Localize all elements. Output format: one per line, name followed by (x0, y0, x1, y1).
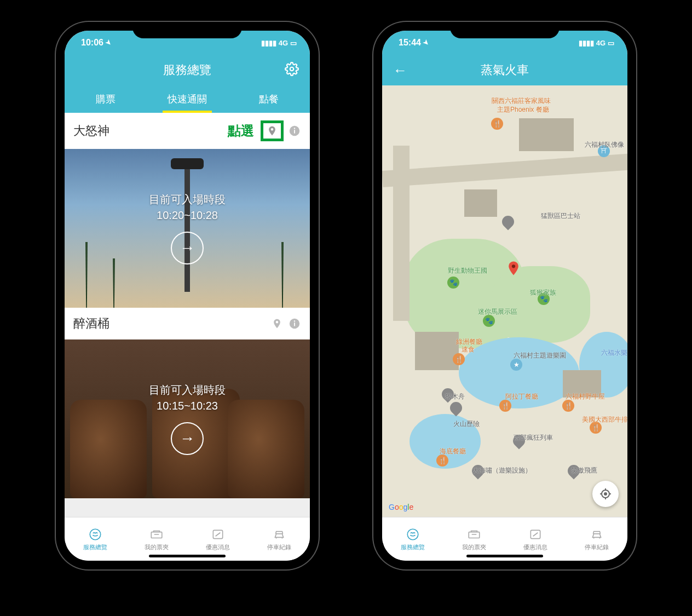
bottom-nav: 服務總覽 我的票夾 優惠消息 停車紀錄 (382, 517, 627, 561)
map-label[interactable]: 海底餐廳 (440, 447, 466, 456)
poi-animal-icon[interactable]: 🐾 (447, 277, 459, 289)
map-label[interactable]: 關西六福莊客家風味 (492, 96, 551, 106)
ride-card[interactable]: 目前可入場時段 10:20~10:28 → (65, 149, 310, 308)
header: 服務總覽 (65, 55, 310, 85)
poi-restaurant-icon[interactable]: 🍴 (491, 118, 503, 130)
svg-point-6 (294, 320, 295, 321)
map-label[interactable]: 西部瘋狂列車 (514, 433, 553, 442)
offers-icon (211, 527, 225, 542)
tab-food[interactable]: 點餐 (228, 85, 310, 113)
tab-fastpass[interactable]: 快速通關 (146, 85, 228, 113)
map-label[interactable]: 阿拉丁餐廳 (505, 392, 538, 401)
page-title: 服務總覽 (163, 62, 211, 78)
nav-parking[interactable]: 停車紀錄 (566, 517, 627, 561)
poi-restaurant-icon[interactable]: 🍴 (436, 454, 448, 467)
map-label[interactable]: 猛獸區巴士站 (541, 211, 580, 221)
svg-point-13 (407, 529, 418, 540)
location-arrow-icon: ➤ (421, 38, 430, 48)
map-label[interactable]: 速食 (462, 345, 475, 354)
screen-right: 15:44 ➤ ▮▮▮▮ 4G ▭ ← 蒸氣火車 (382, 31, 627, 561)
map-label[interactable]: 六福村臥佛像 (585, 140, 624, 149)
slot-time: 10:20~10:28 (157, 209, 218, 222)
poi-restaurant-icon[interactable]: 🍴 (453, 353, 465, 365)
location-button[interactable] (270, 317, 284, 330)
page-title: 蒸氣火車 (481, 62, 529, 78)
map-label[interactable]: 獨木舟 (445, 392, 465, 401)
map-label[interactable]: 六福村野牛屋 (566, 392, 605, 401)
arrow-right-icon: → (180, 430, 195, 447)
enter-button[interactable]: → (171, 232, 204, 264)
arrow-left-icon: ← (393, 62, 407, 78)
svg-rect-14 (469, 532, 480, 538)
map-label[interactable]: 狐猴家族 (530, 288, 556, 297)
poi-landmark-icon[interactable]: ★ (510, 359, 522, 371)
map-label[interactable]: 六福水樂 (601, 348, 627, 358)
slot-label: 目前可入場時段 (149, 192, 226, 207)
svg-point-0 (290, 67, 294, 71)
map-label[interactable]: 六福村主題遊樂園 (514, 351, 566, 360)
notch (132, 22, 242, 38)
home-indicator[interactable] (466, 555, 543, 557)
ride-list[interactable]: 大怒神 點選 目前可入場時段 10:20~10:28 → (65, 113, 310, 517)
ride-header: 大怒神 點選 (65, 113, 310, 149)
svg-rect-2 (294, 130, 295, 133)
status-right: ▮▮▮▮ 4G ▭ (261, 39, 297, 47)
ride-card[interactable]: 目前可入場時段 10:15~10:23 → (65, 339, 310, 498)
tab-label: 點餐 (259, 93, 279, 106)
info-button[interactable] (288, 317, 301, 330)
tab-label: 快速通關 (168, 93, 207, 106)
nav-label: 優惠消息 (206, 543, 230, 551)
nav-label: 服務總覽 (83, 543, 107, 551)
tab-label: 購票 (96, 93, 116, 106)
info-icon (289, 318, 301, 330)
annotation-text: 點選 (228, 122, 254, 140)
status-right: ▮▮▮▮ 4G ▭ (579, 39, 614, 47)
notch (450, 22, 560, 38)
poi-restaurant-icon[interactable]: 🍴 (562, 400, 574, 412)
map-label[interactable]: 笑傲飛鷹 (571, 466, 597, 475)
poi-pin-icon[interactable] (499, 213, 516, 230)
tab-tickets[interactable]: 購票 (65, 85, 146, 113)
poi-animal-icon[interactable]: 🐾 (483, 315, 495, 327)
enter-button[interactable]: → (171, 422, 204, 455)
home-indicator[interactable] (149, 555, 226, 557)
info-button[interactable] (288, 124, 301, 137)
locate-me-button[interactable] (592, 481, 619, 507)
location-arrow-icon: ➤ (103, 38, 113, 48)
settings-button[interactable] (285, 62, 299, 78)
map-label[interactable]: 主題Phoenix 餐廳 (497, 105, 549, 114)
offers-icon (528, 527, 543, 542)
map[interactable]: 🍴 ⛩ 🐾 🐾 🐾 🍴 ★ 🍴 🍴 🍴 🍴 (382, 85, 627, 517)
status-time: 10:06 ➤ (81, 38, 111, 48)
poi-restaurant-icon[interactable]: 🍴 (499, 400, 511, 412)
ticket-icon (467, 527, 481, 542)
screen-left: 10:06 ➤ ▮▮▮▮ 4G ▭ 服務總覽 購票 快速通關 點餐 大怒神 (65, 31, 310, 561)
info-icon (289, 125, 301, 137)
nav-parking[interactable]: 停車紀錄 (249, 517, 310, 561)
parking-icon (272, 527, 286, 542)
ticket-icon (149, 527, 164, 542)
map-label[interactable]: 大海嘯（遊樂設施） (472, 466, 532, 475)
status-time-text: 15:44 (399, 38, 421, 48)
battery-icon: ▭ (608, 39, 614, 47)
signal-icon: ▮▮▮▮ (579, 39, 594, 47)
map-label[interactable]: 迷你馬展示區 (478, 307, 517, 316)
map-pin-icon (267, 124, 278, 137)
slot-time: 10:15~10:23 (157, 400, 218, 412)
nav-label: 停車紀錄 (267, 543, 291, 551)
svg-point-3 (294, 128, 295, 129)
map-label[interactable]: 火山歷險 (453, 419, 480, 429)
google-attribution: Google (389, 503, 413, 511)
destination-pin-icon[interactable] (505, 257, 522, 281)
nav-label: 停車紀錄 (585, 543, 609, 551)
nav-label: 優惠消息 (523, 543, 547, 551)
parking-icon (590, 527, 604, 542)
back-button[interactable]: ← (393, 62, 407, 79)
map-pin-icon (272, 317, 282, 330)
map-label[interactable]: 美國大西部牛排館 (582, 415, 627, 424)
nav-services[interactable]: 服務總覽 (382, 517, 443, 561)
phone-left: 10:06 ➤ ▮▮▮▮ 4G ▭ 服務總覽 購票 快速通關 點餐 大怒神 (56, 22, 319, 569)
location-button-highlighted[interactable] (261, 120, 284, 141)
nav-services[interactable]: 服務總覽 (65, 517, 126, 561)
map-label[interactable]: 野生動物王國 (448, 266, 487, 275)
